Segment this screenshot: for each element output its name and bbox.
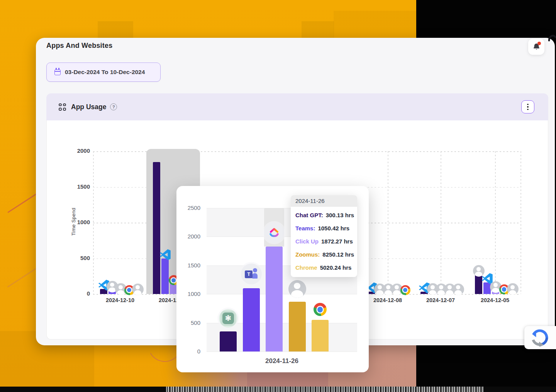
tooltip-app-value: 8250.12 hrs: [322, 251, 354, 258]
popup-bar-chrome[interactable]: [312, 320, 329, 351]
app-usage-header: App Usage ?: [46, 93, 548, 120]
day-detail-popup: 05001000150020002500✻T 2024-11-26 2024-1…: [176, 186, 369, 372]
x-axis-label: 2024-12-08: [361, 297, 415, 303]
corner-mark: [548, 33, 556, 42]
popup-bar-zoomus[interactable]: [289, 302, 306, 351]
popup-bar-click-up[interactable]: [266, 247, 283, 351]
chrome-icon: [400, 285, 410, 295]
popup-y-tick-label: 500: [176, 319, 200, 326]
y-tick-label: 1000: [56, 219, 90, 225]
clickup-icon: [268, 226, 280, 239]
popup-bar-teams[interactable]: [243, 288, 260, 351]
chart-bar-teams[interactable]: [161, 259, 169, 294]
notification-bell-button[interactable]: [528, 39, 544, 55]
tooltip-app-label: Chat GPT:: [295, 212, 323, 218]
help-icon[interactable]: ?: [110, 103, 117, 110]
avatar-icon: [288, 280, 306, 298]
popup-x-axis-label: 2024-11-26: [243, 357, 320, 365]
tooltip-date: 2024-11-26: [291, 195, 357, 207]
tooltip-app-value: 1872.27 hrs: [321, 238, 353, 245]
chart-bar-chat-gpt[interactable]: [153, 162, 160, 294]
avatar-icon: [453, 284, 464, 295]
recaptcha-badge[interactable]: [524, 326, 556, 349]
vscode-icon: [159, 249, 171, 260]
recaptcha-icon: [531, 329, 549, 346]
x-axis-label: 2024-12-10: [93, 297, 147, 303]
tooltip-app-label: Chrome: [295, 264, 317, 271]
avatar-icon: [507, 283, 519, 295]
section-title: App Usage: [71, 103, 106, 111]
tooltip-row: Click Up1872.27 hrs: [295, 235, 353, 248]
background-decoration-line: [7, 268, 37, 287]
y-tick-label: 1500: [56, 183, 90, 190]
calendar-icon: [54, 69, 61, 75]
tooltip-app-label: Click Up: [295, 238, 319, 245]
grid-icon: [59, 103, 66, 111]
clickup-icon-circle: [264, 223, 284, 243]
popup-y-tick-label: 1500: [176, 262, 200, 269]
avatar-icon: [132, 284, 144, 295]
chatgpt-icon: ✻: [222, 313, 234, 324]
tooltip-row: Chrome5020.24 hrs: [295, 261, 353, 274]
tooltip-row: Zoomus:8250.12 hrs: [295, 248, 353, 261]
grid-line-horizontal: [207, 351, 357, 352]
chart-tooltip: 2024-11-26 Chat GPT:300.13 hrsTeams:1050…: [291, 195, 357, 277]
grid-line-vertical: [520, 151, 521, 294]
more-options-button[interactable]: [521, 100, 534, 113]
static-noise: [166, 387, 483, 392]
tooltip-app-value: 1050.42 hrs: [318, 225, 349, 231]
chrome-icon: [314, 303, 327, 316]
popup-y-tick-label: 0: [176, 348, 200, 355]
chatgpt-icon-circle: ✻: [219, 309, 237, 328]
popup-bar-chat-gpt[interactable]: [220, 331, 237, 351]
tooltip-app-value: 5020.24 hrs: [320, 264, 352, 271]
x-axis-label: 2024-12-07: [414, 297, 468, 303]
bottom-static-strip: [0, 387, 556, 392]
y-tick-label: 2000: [56, 147, 90, 154]
y-tick-label: 500: [56, 255, 90, 261]
tooltip-app-value: 300.13 hrs: [326, 212, 354, 218]
teams-icon: T: [245, 268, 258, 280]
page-title: Apps And Websites: [46, 42, 112, 50]
x-axis-label: 2024-12-05: [468, 297, 522, 303]
tooltip-app-label: Teams:: [295, 225, 315, 231]
tooltip-row: Chat GPT:300.13 hrs: [295, 208, 353, 221]
notification-dot: [537, 42, 541, 45]
tooltip-row: Teams:1050.42 hrs: [295, 221, 353, 235]
background-decoration-line: [7, 191, 40, 213]
popup-y-tick-label: 1000: [176, 291, 200, 297]
teams-icon-circle: T: [241, 264, 262, 284]
y-tick-label: 0: [56, 290, 90, 297]
tooltip-app-label: Zoomus:: [295, 251, 320, 258]
date-range-button[interactable]: 03-Dec-2024 To 10-Dec-2024: [46, 63, 161, 82]
popup-y-tick-label: 2000: [176, 233, 200, 240]
popup-y-tick-label: 2500: [176, 204, 200, 211]
date-range-text: 03-Dec-2024 To 10-Dec-2024: [65, 69, 145, 76]
